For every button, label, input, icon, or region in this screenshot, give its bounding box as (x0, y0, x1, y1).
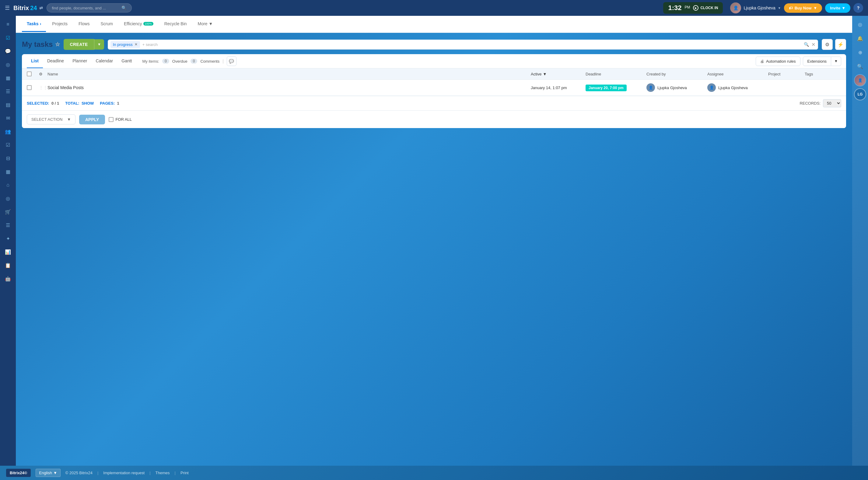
automation-rules-button[interactable]: 🖨 Automation rules (756, 57, 800, 66)
task-search-input[interactable] (143, 42, 801, 47)
right-sidebar-avatar-lg[interactable]: LG (854, 88, 866, 100)
records-selector: RECORDS: 50 100 200 (800, 99, 841, 107)
row-checkbox-cell[interactable] (27, 85, 39, 90)
tabs-bar: Tasks › Projects Flows Scrum Efficiency … (16, 16, 852, 33)
sidebar-item-cart[interactable]: 🛒 (2, 205, 14, 218)
sidebar-item-chat[interactable]: 💬 (2, 45, 14, 57)
right-sidebar-icon-search[interactable]: 🔍 (854, 60, 866, 72)
task-search-icon[interactable]: 🔍 (804, 42, 809, 47)
sidebar-item-target[interactable]: ◎ (2, 58, 14, 71)
active-dropdown[interactable]: Active ▼ (531, 72, 547, 76)
footer-implementation-request-link[interactable]: Implementation request (103, 471, 145, 475)
sidebar-item-mail[interactable]: ✉ (2, 112, 14, 124)
sidebar-item-marketing[interactable]: ✦ (2, 232, 14, 245)
buy-now-button[interactable]: 🏷 Buy Now ▼ (784, 3, 823, 13)
global-search-bar[interactable]: 🔍 (46, 3, 132, 12)
extensions-button[interactable]: Extensions (803, 57, 832, 66)
sidebar-item-docs[interactable]: ☰ (2, 85, 14, 97)
tab-more[interactable]: More ▼ (193, 17, 218, 32)
subnav-calendar[interactable]: Calendar (91, 54, 117, 68)
create-dropdown-button[interactable]: ▼ (94, 39, 104, 50)
for-all-checkbox[interactable] (108, 117, 114, 122)
row-drag-handle[interactable]: ⋮⋮ (39, 85, 48, 90)
drag-handle-icon[interactable]: ⋮⋮ (39, 85, 48, 90)
sidebar-item-analytics[interactable]: 📊 (2, 246, 14, 258)
subnav-gantt[interactable]: Gantt (117, 54, 136, 68)
right-sidebar-avatar-1[interactable]: 👤 (854, 74, 866, 86)
tab-tasks[interactable]: Tasks › (22, 17, 46, 32)
chat-messages-button[interactable]: 💬 (227, 56, 237, 66)
select-all-checkbox[interactable] (27, 71, 32, 76)
efficiency-badge: 100% (143, 22, 153, 26)
tab-projects[interactable]: Projects (47, 17, 72, 32)
tab-scrum[interactable]: Scrum (96, 17, 118, 32)
task-search-clear-icon[interactable]: ✕ (811, 42, 815, 47)
row-deadline-cell: January 20, 7:00 pm (586, 86, 646, 90)
create-button[interactable]: CREATE (64, 39, 94, 50)
footer-divider-1: | (97, 471, 98, 475)
records-select[interactable]: 50 100 200 (823, 99, 841, 107)
search-icon[interactable]: 🔍 (121, 5, 127, 10)
for-all-checkbox-group[interactable]: FOR ALL (108, 117, 131, 122)
col-assignee-label: Assignee (707, 72, 723, 76)
select-action-dropdown[interactable]: SELECT ACTION ▼ (27, 115, 75, 124)
col-created-by: Created by (646, 72, 707, 76)
settings-button[interactable]: ⚙ (822, 39, 833, 50)
tab-efficiency[interactable]: Efficiency 100% (119, 17, 158, 32)
subnav-deadline[interactable]: Deadline (43, 54, 68, 68)
right-sidebar-icon-settings[interactable]: ◎ (854, 18, 866, 30)
footer-logo-button[interactable]: Bitrix24© (6, 469, 31, 477)
subnav-planner[interactable]: Planner (68, 54, 91, 68)
footer-language-chevron-icon: ▼ (53, 471, 57, 475)
sidebar-item-invoice[interactable]: ☰ (2, 219, 14, 231)
sidebar-item-home[interactable]: ⌂ (2, 179, 14, 191)
logo-settings-icon[interactable]: ⇄ (39, 5, 43, 10)
sidebar-item-bot[interactable]: 🤖 (2, 273, 14, 285)
sidebar-item-tasks2[interactable]: ☑ (2, 139, 14, 151)
sidebar-item-gantt[interactable]: ▦ (2, 165, 14, 178)
filter-tag-close-icon[interactable]: ✕ (134, 42, 137, 46)
clock-in-button[interactable]: ▶ CLOCK IN (693, 5, 718, 11)
apply-button[interactable]: APPLY (79, 115, 105, 124)
hamburger-icon[interactable]: ☰ (5, 5, 10, 11)
col-project: Project (768, 72, 805, 76)
favorite-star-icon[interactable]: ☆ (55, 41, 60, 48)
deadline-badge: January 20, 7:00 pm (586, 85, 627, 91)
total-show-link[interactable]: SHOW (82, 101, 94, 105)
right-sidebar-icon-notifications[interactable]: 🔔 (854, 32, 866, 44)
avatar: 👤 (730, 2, 741, 13)
help-button[interactable]: ? (854, 3, 863, 13)
sidebar-item-payroll[interactable]: 📋 (2, 259, 14, 271)
lightning-button[interactable]: ⚡ (835, 39, 846, 50)
sidebar-item-feed[interactable]: ≡ (2, 18, 14, 30)
footer-themes-link[interactable]: Themes (156, 471, 170, 475)
search-input[interactable] (52, 6, 119, 10)
sidebar-item-table[interactable]: ▤ (2, 99, 14, 111)
invite-button[interactable]: Invite ▼ (825, 3, 850, 13)
right-sidebar-icon-add[interactable]: ⊕ (854, 46, 866, 58)
page-content: My tasks ☆ CREATE ▼ In progress ✕ 🔍 ✕ (16, 33, 852, 466)
col-assignee: Assignee (707, 72, 768, 76)
subnav-list[interactable]: List (27, 54, 43, 68)
col-active[interactable]: Active ▼ (531, 72, 586, 76)
extensions-dropdown-button[interactable]: ▼ (831, 57, 841, 66)
col-checkbox[interactable] (27, 71, 39, 76)
tab-recycle-bin[interactable]: Recycle Bin (159, 17, 192, 32)
overdue-label[interactable]: Overdue (172, 59, 187, 64)
sidebar-item-goal[interactable]: ◎ (2, 192, 14, 204)
sidebar-item-calendar[interactable]: ▦ (2, 72, 14, 84)
left-sidebar: ≡ ☑ 💬 ◎ ▦ ☰ ▤ ✉ 👥 ☑ ⊟ ▦ ⌂ ◎ 🛒 ☰ ✦ 📊 📋 🤖 (0, 16, 16, 466)
selected-value: 0 / 1 (52, 101, 59, 105)
sidebar-item-contacts[interactable]: 👥 (2, 125, 14, 137)
row-task-name[interactable]: Social Media Posts (48, 85, 531, 90)
footer-print-link[interactable]: Print (181, 471, 189, 475)
user-info[interactable]: 👤 Ljupka Gjosheva ▼ (730, 2, 781, 13)
sidebar-item-tasks[interactable]: ☑ (2, 32, 14, 44)
footer-language-button[interactable]: English ▼ (36, 469, 61, 477)
col-gear[interactable]: ⚙ (39, 72, 48, 76)
tab-flows[interactable]: Flows (74, 17, 95, 32)
row-checkbox[interactable] (27, 85, 32, 90)
sidebar-item-filter[interactable]: ⊟ (2, 152, 14, 164)
comments-label[interactable]: Comments (200, 59, 219, 64)
tab-tasks-chevron: › (40, 21, 41, 26)
